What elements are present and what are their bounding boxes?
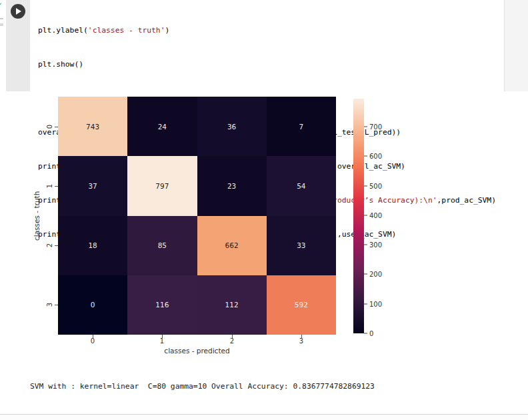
colorbar-tick-label: 700 xyxy=(369,123,382,131)
stdout-line: SVM with : kernel=linear C=80 gamma=10 O… xyxy=(30,381,384,392)
tick-mark xyxy=(364,186,367,187)
heatmap-cell: 743 xyxy=(58,97,127,156)
cell-right-rail xyxy=(504,0,528,91)
heatmap-cell: 36 xyxy=(197,97,267,156)
colorbar-tick: 100 xyxy=(364,301,382,308)
x-tick-label: 2 xyxy=(230,337,234,345)
colorbar-tick: 700 xyxy=(364,123,382,131)
colorbar-tick-label: 200 xyxy=(369,271,382,278)
y-tick-label: 1 xyxy=(46,184,53,188)
heatmap-cell: 116 xyxy=(127,275,197,335)
x-tick-label: 1 xyxy=(160,337,164,345)
colorbar-tick: 500 xyxy=(364,183,382,190)
code-line: plt.ylabel('classes - truth') xyxy=(38,25,496,36)
heatmap-cell: 33 xyxy=(267,216,336,275)
tick-mark xyxy=(364,156,367,157)
heatmap-cell: 662 xyxy=(197,216,267,275)
colorbar-tick-label: 600 xyxy=(369,153,382,160)
tick-mark xyxy=(364,215,367,216)
code-string: 'classes - truth' xyxy=(88,26,165,35)
y-tick-label: 0 xyxy=(46,125,53,129)
tick-mark xyxy=(364,127,367,127)
colorbar-tick-label: 500 xyxy=(369,183,382,190)
colorbar-tick-label: 100 xyxy=(369,301,382,308)
heatmap-cell: 797 xyxy=(127,156,197,215)
heatmap-cell: 23 xyxy=(197,156,267,215)
cell-gutter xyxy=(6,0,30,91)
heatmap-cell: 18 xyxy=(58,216,127,275)
heatmap: 743 24 36 7 37 797 23 54 18 85 662 33 0 … xyxy=(58,97,336,335)
colorbar-tick: 200 xyxy=(364,271,382,278)
heatmap-cell: 7 xyxy=(267,97,336,156)
play-icon xyxy=(16,8,21,15)
next-cell-gap xyxy=(0,415,528,420)
x-axis-label: classes - predicted xyxy=(58,347,336,355)
code-token: ,prod_ac_SVM) xyxy=(437,196,496,205)
colorbar-tick: 600 xyxy=(364,153,382,160)
colorbar-tick: 300 xyxy=(364,241,382,249)
stdout-text: SVM with : kernel=linear C=80 gamma=10 O… xyxy=(30,358,384,420)
notebook-view: ✓ plt.ylabel('classes - truth') plt.show… xyxy=(0,0,528,420)
colorbar-tick: 0 xyxy=(364,330,373,337)
x-tick-label: 3 xyxy=(299,337,303,345)
code-line: plt.show() xyxy=(38,59,496,70)
colorbar-tick-label: 400 xyxy=(369,212,382,219)
heatmap-cell: 592 xyxy=(267,275,336,335)
colorbar-gradient xyxy=(353,99,364,333)
exec-meta-fragment xyxy=(0,18,3,26)
heatmap-cell: 24 xyxy=(127,97,197,156)
code-token: ,overall_ac_SVM) xyxy=(333,162,405,171)
heatmap-cell: 37 xyxy=(58,156,127,215)
run-cell-button[interactable] xyxy=(11,4,25,19)
colorbar-tick: 400 xyxy=(364,212,382,219)
tick-mark xyxy=(364,274,367,275)
cell-status-margin: ✓ xyxy=(0,0,6,420)
colorbar-tick-label: 300 xyxy=(369,241,382,249)
y-axis-label: classes - truth xyxy=(32,97,41,335)
y-tick-label: 3 xyxy=(46,303,53,307)
y-tick-label: 2 xyxy=(46,243,53,247)
tick-mark xyxy=(364,245,367,245)
heatmap-cell: 0 xyxy=(58,275,127,335)
code-token: ) xyxy=(165,26,169,35)
code-token: ,user_ac_SVM) xyxy=(337,230,396,239)
tick-mark xyxy=(364,304,367,305)
heatmap-cell: 85 xyxy=(127,216,197,275)
cell-success-check-icon: ✓ xyxy=(0,1,3,10)
code-token: plt.ylabel( xyxy=(38,26,88,35)
x-tick-label: 0 xyxy=(91,337,95,345)
heatmap-cell: 54 xyxy=(267,156,336,215)
code-cell: plt.ylabel('classes - truth') plt.show()… xyxy=(6,0,504,91)
colorbar-tick-label: 0 xyxy=(369,330,373,337)
tick-mark xyxy=(364,333,367,334)
code-token: plt.show() xyxy=(38,60,83,69)
heatmap-cell: 112 xyxy=(197,275,267,335)
